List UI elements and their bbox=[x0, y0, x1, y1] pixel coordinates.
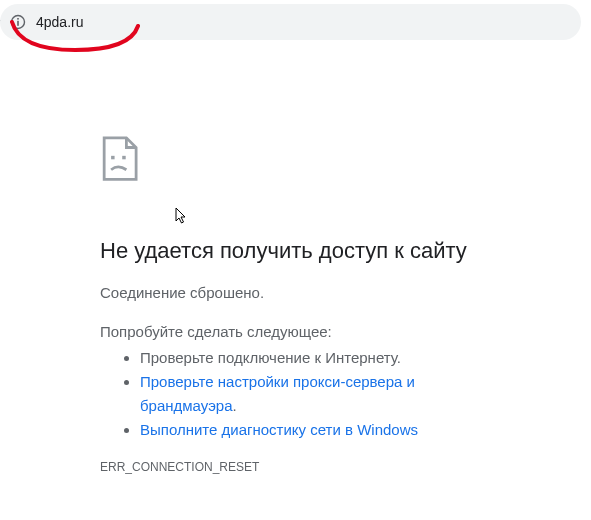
svg-rect-4 bbox=[122, 156, 125, 159]
svg-rect-3 bbox=[111, 156, 114, 159]
suggestion-text: Проверьте подключение к Интернету. bbox=[140, 349, 401, 366]
suggestion-list: Проверьте подключение к Интернету. Прове… bbox=[100, 346, 480, 442]
address-bar[interactable]: 4pda.ru bbox=[0, 4, 581, 40]
site-info-icon[interactable] bbox=[10, 14, 26, 30]
suggestion-suffix: . bbox=[232, 397, 236, 414]
error-page-content: Не удается получить доступ к сайту Соеди… bbox=[0, 40, 480, 520]
url-text[interactable]: 4pda.ru bbox=[36, 14, 83, 30]
error-code: ERR_CONNECTION_RESET bbox=[100, 460, 480, 474]
svg-rect-1 bbox=[17, 21, 19, 26]
error-title: Не удается получить доступ к сайту bbox=[100, 237, 480, 266]
error-subtitle: Соединение сброшено. bbox=[100, 284, 480, 301]
sad-file-icon bbox=[100, 135, 172, 207]
network-diagnostics-link[interactable]: Выполните диагностику сети в Windows bbox=[140, 421, 418, 438]
proxy-firewall-link[interactable]: Проверьте настройки прокси-сервера и бра… bbox=[140, 373, 415, 414]
svg-rect-2 bbox=[17, 18, 19, 20]
suggestion-item: Проверьте настройки прокси-сервера и бра… bbox=[140, 370, 480, 418]
suggestion-item: Проверьте подключение к Интернету. bbox=[140, 346, 480, 370]
suggestion-intro: Попробуйте сделать следующее: bbox=[100, 323, 480, 340]
suggestion-item: Выполните диагностику сети в Windows bbox=[140, 418, 480, 442]
browser-chrome-top: ↑ 4pda.ru bbox=[0, 0, 591, 40]
